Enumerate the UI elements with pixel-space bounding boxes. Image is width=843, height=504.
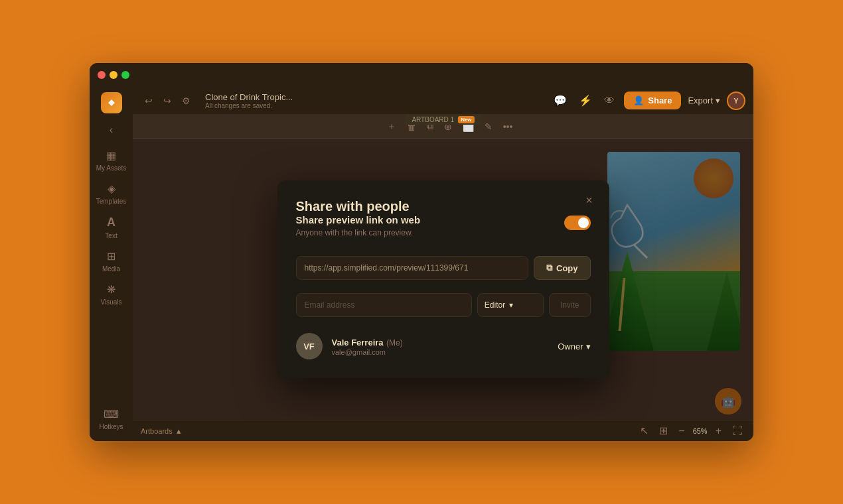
app-layout: ‹ ▦ My Assets ◈ Templates A Text ⊞ Media… (90, 87, 753, 441)
doc-title: Clone of Drink Tropic... All changes are… (205, 92, 293, 109)
link-input[interactable] (296, 256, 529, 280)
close-traffic-light[interactable] (98, 71, 106, 79)
lightning-button[interactable]: ⚡ (576, 92, 595, 109)
invite-button[interactable]: Invite (549, 293, 591, 317)
share-icon: 👤 (633, 95, 644, 105)
templates-icon: ◈ (108, 182, 115, 195)
collaborator-row: VF Vale Ferreira (Me) vale@gmail.com Own… (296, 333, 591, 359)
app-logo[interactable] (101, 92, 122, 113)
share-modal: Share with people × Share preview link o… (277, 180, 609, 378)
zoom-in-button[interactable]: + (713, 422, 724, 440)
media-icon: ⊞ (107, 250, 115, 263)
sidebar-item-label: Media (102, 265, 120, 273)
traffic-lights (98, 71, 129, 79)
copy-button[interactable]: ⧉ Copy (534, 256, 591, 280)
sidebar-item-visuals[interactable]: ❋ Visuals (90, 278, 133, 311)
svg-point-0 (110, 101, 113, 105)
sidebar-item-label: Hotkeys (99, 423, 123, 430)
zoom-out-button[interactable]: − (676, 422, 687, 440)
undo-button[interactable]: ↩ (141, 93, 157, 109)
sidebar-item-media[interactable]: ⊞ Media (90, 245, 133, 278)
preview-section-title: Share preview link on web (296, 214, 421, 225)
collaborator-avatar: VF (296, 333, 323, 359)
canvas-toolbar: ARTBOARD 1 New ＋ 🗑 ⧉ ⊕ ⬜ ✎ ••• (133, 115, 753, 139)
more-tool-button[interactable]: ••• (500, 119, 516, 134)
browser-window: ‹ ▦ My Assets ◈ Templates A Text ⊞ Media… (90, 63, 753, 441)
bottom-right: ↖ ⊞ − 65% + ⛶ (637, 422, 745, 440)
collaborator-info: Vale Ferreira (Me) vale@gmail.com (332, 336, 549, 356)
artboards-text: Artboards (141, 427, 173, 435)
title-bar (90, 63, 753, 87)
artboard-button[interactable]: ⊞ (656, 422, 670, 440)
artboard-label: ARTBOARD 1 (412, 116, 454, 123)
sidebar-item-label: Text (105, 232, 117, 239)
doc-saved-status: All changes are saved. (205, 102, 293, 109)
settings-button[interactable]: ⚙ (178, 93, 194, 109)
user-avatar: Y (727, 92, 745, 110)
main-toolbar: ↩ ↪ ⚙ Clone of Drink Tropic... All chang… (133, 87, 753, 115)
sidebar-item-label: My Assets (96, 164, 127, 172)
share-button-label: Share (648, 95, 672, 105)
email-input[interactable] (296, 293, 472, 317)
sidebar-item-text[interactable]: A Text (90, 210, 133, 245)
role-chevron-icon: ▾ (509, 300, 513, 310)
bottom-bar: Artboards ▲ ↖ ⊞ − 65% + ⛶ (133, 420, 753, 441)
undo-redo-group: ↩ ↪ ⚙ (141, 93, 194, 109)
my-assets-icon: ▦ (106, 149, 116, 162)
redo-button[interactable]: ↪ (159, 93, 175, 109)
sidebar-item-label: Visuals (100, 298, 121, 306)
role-select-label: Editor (485, 300, 505, 310)
sidebar-item-templates[interactable]: ◈ Templates (90, 177, 133, 210)
copy-button-label: Copy (556, 263, 578, 273)
owner-role-select[interactable]: Owner ▾ (558, 342, 590, 351)
artboards-label[interactable]: Artboards ▲ (141, 427, 183, 435)
preview-link-section: Share preview link on web Anyone with th… (296, 214, 591, 247)
export-label: Export (688, 95, 713, 105)
draw-tool-button[interactable]: ✎ (481, 119, 496, 134)
collaborator-me-label: (Me) (386, 338, 403, 347)
share-button[interactable]: 👤 Share (624, 92, 681, 109)
canvas: Share with people × Share preview link o… (133, 139, 753, 420)
sidebar-item-label: Templates (96, 198, 127, 205)
hotkeys-icon: ⌨ (104, 408, 119, 420)
owner-chevron-icon: ▾ (586, 342, 591, 351)
preview-toggle[interactable] (564, 216, 591, 230)
add-tool-button[interactable]: ＋ (384, 119, 400, 135)
sidebar-item-my-assets[interactable]: ▦ My Assets (90, 144, 133, 177)
maximize-traffic-light[interactable] (121, 71, 129, 79)
collaborator-email: vale@gmail.com (332, 348, 549, 356)
text-icon: A (107, 216, 115, 229)
modal-overlay: Share with people × Share preview link o… (133, 139, 753, 420)
minimize-traffic-light[interactable] (110, 71, 117, 79)
sidebar-item-hotkeys[interactable]: ⌨ Hotkeys (90, 403, 133, 436)
fullscreen-button[interactable]: ⛶ (729, 422, 745, 440)
modal-title: Share with people (296, 199, 410, 214)
copy-icon: ⧉ (546, 263, 552, 273)
export-button[interactable]: Export ▾ (688, 95, 720, 105)
visuals-icon: ❋ (107, 283, 115, 296)
new-badge: New (458, 116, 474, 123)
preview-section-subtitle: Anyone with the link can preview. (296, 228, 421, 237)
owner-role-label: Owner (558, 342, 583, 351)
modal-close-button[interactable]: × (580, 191, 599, 210)
comment-button[interactable]: 💬 (551, 92, 570, 109)
artboards-chevron-icon: ▲ (175, 427, 183, 435)
preview-button[interactable]: 👁 (601, 92, 617, 109)
nav-back-button[interactable]: ‹ (106, 121, 117, 139)
zoom-level: 65% (693, 427, 708, 435)
toolbar-right: 💬 ⚡ 👁 👤 Share Export ▾ Y (551, 92, 745, 110)
link-row: ⧉ Copy (296, 256, 591, 280)
content-area: ↩ ↪ ⚙ Clone of Drink Tropic... All chang… (133, 87, 753, 441)
invite-row: Editor ▾ Invite (296, 293, 591, 317)
sidebar: ‹ ▦ My Assets ◈ Templates A Text ⊞ Media… (90, 87, 133, 441)
cursor-tool-button[interactable]: ↖ (637, 422, 651, 440)
collaborator-name: Vale Ferreira (332, 338, 384, 347)
doc-title-text: Clone of Drink Tropic... (205, 92, 293, 102)
role-select[interactable]: Editor ▾ (477, 293, 544, 317)
export-chevron-icon: ▾ (716, 95, 720, 105)
